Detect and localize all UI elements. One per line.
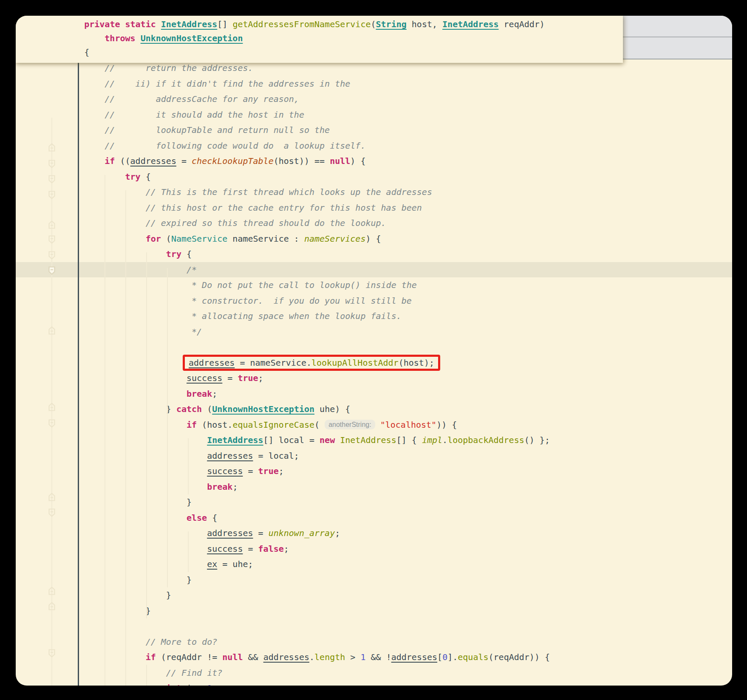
sticky-header-line[interactable]: throws UnknownHostException [16,31,623,45]
code-line[interactable]: * Do not put the call to lookup() inside… [16,277,732,293]
code-line[interactable]: } [16,572,732,588]
code-line[interactable]: success = false; [16,541,732,557]
code-token: uhe) { [314,404,350,414]
sticky-method-header: private static InetAddress[] getAddresse… [16,16,623,63]
fold-marker-icon[interactable] [48,220,55,229]
code-line-current[interactable]: /* [16,262,732,278]
code-token: 0 [442,652,447,662]
code-token: * Do not put the call to lookup() inside… [64,280,417,290]
code-token: = [243,466,258,476]
code-token: nameService : [227,234,304,244]
code-line[interactable]: // This is the first thread which looks … [16,184,732,200]
indent-guide [146,665,147,686]
code-line[interactable]: if ((addresses = checkLookupTable(host))… [16,153,732,169]
code-line[interactable]: // ii) if it didn't find the addresses i… [16,76,732,92]
code-token: ex [207,559,217,569]
code-token: * constructor. if you do you will still … [64,296,412,306]
code-token: catch [176,404,202,414]
code-token: } [64,590,171,600]
code-token: try [125,172,141,182]
code-line[interactable]: } [16,494,732,510]
code-line[interactable]: int i = 1; [16,680,732,686]
code-line[interactable]: ex = uhe; [16,556,732,572]
code-line[interactable]: // expired so this thread should do the … [16,215,732,231]
fold-marker-icon[interactable] [48,602,55,610]
code-line[interactable]: for (NameService nameService : nameServi… [16,231,732,247]
fold-marker-icon[interactable] [48,175,55,183]
fold-marker-icon[interactable] [48,191,55,199]
code-line[interactable]: addresses = local; [16,448,732,464]
code-line[interactable]: * constructor. if you do you will still … [16,293,732,309]
annotation-red-box: addresses = nameService.lookupAllHostAdd… [183,355,440,371]
code-token: addresses [391,652,437,662]
code-token: if [146,652,156,662]
code-token: checkLookupTable [192,156,274,166]
fold-marker-icon[interactable] [48,508,55,517]
code-line[interactable]: } [16,587,732,603]
code-token: length [314,652,345,662]
code-token: // This is the first thread which looks … [64,187,432,197]
code-token: (( [115,156,130,166]
fold-marker-icon[interactable] [48,419,55,428]
fold-marker-icon[interactable] [48,251,55,260]
code-line[interactable]: try { [16,169,732,185]
code-line[interactable]: // it should add the host in the [16,107,732,123]
code-line[interactable]: break; [16,386,732,402]
code-token: InetAddress [340,435,396,445]
gutter-separator [78,16,79,686]
fold-marker-icon[interactable] [48,587,55,595]
code-line[interactable]: InetAddress[] local = new InetAddress[] … [16,432,732,448]
code-token: else [187,513,207,523]
code-token: // return the addresses. [64,63,253,73]
code-line[interactable]: // lookupTable and return null so the [16,122,732,138]
code-token: ) { [365,234,381,244]
code-line[interactable]: // Find it? [16,665,732,681]
fold-marker-icon[interactable] [48,143,55,152]
fold-marker-icon[interactable] [48,403,55,411]
code-line[interactable]: success = true; [16,463,732,479]
code-line[interactable] [16,618,732,634]
code-token: () }; [524,435,550,445]
code-token: } [64,404,176,414]
code-token: } [64,497,192,507]
code-line[interactable]: // following code would do a lookup itse… [16,138,732,154]
code-token [64,559,207,569]
code-line[interactable]: if (reqAddr != null && addresses.length … [16,649,732,665]
code-line[interactable]: // this host or the cache entry for this… [16,200,732,216]
code-token: null [330,156,350,166]
code-line[interactable]: // addressCache for any reason, [16,91,732,107]
sticky-header-line[interactable]: { [16,45,623,59]
code-line[interactable]: addresses = unknown_array; [16,525,732,541]
code-line[interactable]: else { [16,510,732,526]
code-token: UnknownHostException [212,404,314,414]
code-line[interactable]: success = true; [16,370,732,386]
code-line[interactable]: addresses = nameService.lookupAllHostAdd… [16,355,732,371]
code-token: ]. [447,652,458,662]
fold-marker-icon[interactable] [48,326,55,335]
fold-marker-icon[interactable] [48,160,55,168]
fold-marker-icon[interactable] [48,649,55,658]
fold-marker-icon[interactable] [48,266,55,275]
code-token: [ [437,652,442,662]
code-line[interactable]: * allocating space when the lookup fails… [16,308,732,324]
fold-marker-icon[interactable] [48,493,55,501]
sticky-header-line[interactable]: private static InetAddress[] getAddresse… [16,17,623,31]
code-token: for [146,234,161,244]
code-token: addresses [189,358,235,368]
code-line[interactable]: if (host.equalsIgnoreCase( anotherString… [16,417,732,433]
parameter-hint-chip[interactable]: anotherString: [325,420,375,429]
code-line[interactable]: break; [16,479,732,495]
code-editor-window: // return the addresses. // ii) if it di… [16,16,732,686]
code-token: ( [161,234,171,244]
code-line[interactable]: } [16,603,732,619]
code-token: // expired so this thread should do the … [64,218,386,228]
code-line[interactable]: // More to do? [16,634,732,650]
code-token [64,435,207,445]
code-line[interactable] [16,339,732,355]
code-line[interactable]: */ [16,324,732,340]
code-token: // Find it? [64,668,222,678]
code-line[interactable]: try { [16,246,732,262]
fold-marker-icon[interactable] [48,235,55,244]
code-line[interactable]: } catch (UnknownHostException uhe) { [16,401,732,417]
code-token: addresses [130,156,176,166]
